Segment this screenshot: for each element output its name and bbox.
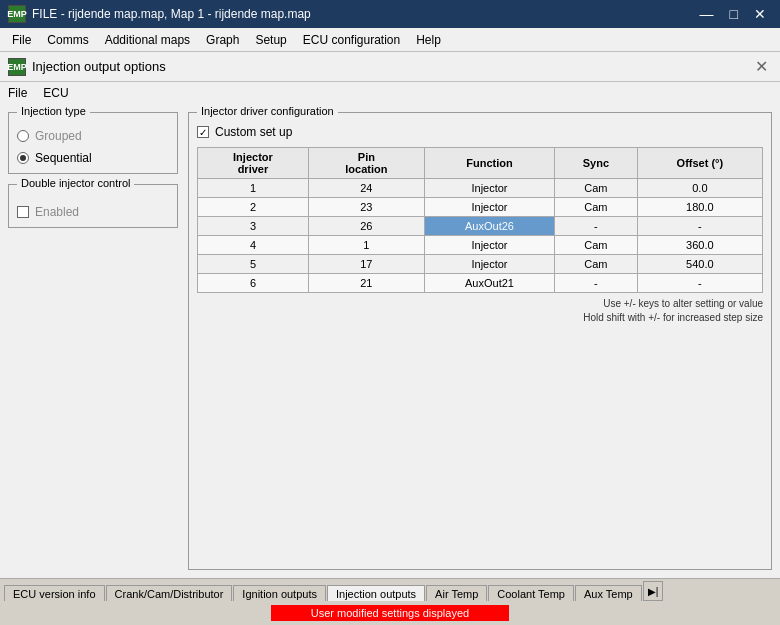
table-row[interactable]: 621AuxOut21-- (198, 274, 763, 293)
col-header-offset: Offset (°) (637, 148, 762, 179)
menu-help[interactable]: Help (408, 31, 449, 49)
enabled-label: Enabled (35, 205, 79, 219)
cell-sync[interactable]: - (555, 217, 638, 236)
tab-injection-outputs[interactable]: Injection outputs (327, 585, 425, 601)
cell-pin[interactable]: 23 (308, 198, 424, 217)
hint-text: Use +/- keys to alter setting or value H… (197, 297, 763, 325)
radio-grouped-label: Grouped (35, 129, 82, 143)
minimize-button[interactable]: — (694, 6, 720, 22)
tab-crank-cam-distributor[interactable]: Crank/Cam/Distributor (106, 585, 233, 601)
dialog-menu-file[interactable]: File (8, 86, 27, 100)
double-injector-label: Double injector control (17, 177, 134, 189)
dialog-close-button[interactable]: ✕ (751, 57, 772, 76)
cell-offset[interactable]: 540.0 (637, 255, 762, 274)
cell-driver[interactable]: 6 (198, 274, 309, 293)
cell-driver[interactable]: 4 (198, 236, 309, 255)
maximize-button[interactable]: □ (724, 6, 744, 22)
tab-ecu-version-info[interactable]: ECU version info (4, 585, 105, 601)
cell-sync[interactable]: Cam (555, 198, 638, 217)
title-bar: EMP FILE - rijdende map.map, Map 1 - rij… (0, 0, 780, 28)
radio-sequential[interactable]: Sequential (17, 151, 169, 165)
cell-pin[interactable]: 21 (308, 274, 424, 293)
menu-graph[interactable]: Graph (198, 31, 247, 49)
dialog-app-icon: EMP (8, 58, 26, 76)
double-injector-group: Double injector control Enabled (8, 184, 178, 228)
hint-line2: Hold shift with +/- for increased step s… (197, 311, 763, 325)
tab-nav-button[interactable]: ▶| (643, 581, 664, 601)
cell-pin[interactable]: 26 (308, 217, 424, 236)
cell-sync[interactable]: Cam (555, 236, 638, 255)
cell-function[interactable]: Injector (424, 198, 554, 217)
col-header-function: Function (424, 148, 554, 179)
col-header-driver: Injectordriver (198, 148, 309, 179)
dialog-container: EMP Injection output options ✕ File ECU … (0, 52, 780, 625)
cell-sync[interactable]: Cam (555, 255, 638, 274)
cell-driver[interactable]: 2 (198, 198, 309, 217)
tab-coolant-temp[interactable]: Coolant Temp (488, 585, 574, 601)
injector-config-title: Injector driver configuration (197, 105, 338, 117)
hint-line1: Use +/- keys to alter setting or value (197, 297, 763, 311)
menu-ecu-configuration[interactable]: ECU configuration (295, 31, 408, 49)
table-row[interactable]: 326AuxOut26-- (198, 217, 763, 236)
enabled-checkbox-option[interactable]: Enabled (17, 205, 169, 219)
status-badge: User modified settings displayed (271, 605, 509, 621)
custom-setup-label: Custom set up (215, 125, 292, 139)
window-controls: — □ ✕ (694, 6, 772, 22)
cell-sync[interactable]: - (555, 274, 638, 293)
menu-setup[interactable]: Setup (247, 31, 294, 49)
custom-setup-checkbox[interactable]: ✓ (197, 126, 209, 138)
window-title: FILE - rijdende map.map, Map 1 - rijdend… (32, 7, 311, 21)
table-row[interactable]: 124InjectorCam0.0 (198, 179, 763, 198)
cell-driver[interactable]: 3 (198, 217, 309, 236)
radio-grouped[interactable]: Grouped (17, 129, 169, 143)
left-panel: Injection type Grouped Sequential Double… (8, 112, 178, 570)
enabled-checkbox[interactable] (17, 206, 29, 218)
status-bar: User modified settings displayed (0, 601, 780, 625)
dialog-title: Injection output options (32, 59, 166, 74)
cell-pin[interactable]: 24 (308, 179, 424, 198)
dialog-title-bar: EMP Injection output options ✕ (0, 52, 780, 82)
tab-air-temp[interactable]: Air Temp (426, 585, 487, 601)
cell-driver[interactable]: 5 (198, 255, 309, 274)
cell-function[interactable]: Injector (424, 255, 554, 274)
menu-comms[interactable]: Comms (39, 31, 96, 49)
injector-config-group: Injector driver configuration ✓ Custom s… (188, 112, 772, 570)
tabs-container: ECU version infoCrank/Cam/DistributorIgn… (0, 578, 780, 601)
main-content: Injection type Grouped Sequential Double… (0, 104, 780, 578)
col-header-pin: Pinlocation (308, 148, 424, 179)
cell-sync[interactable]: Cam (555, 179, 638, 198)
custom-setup-row: ✓ Custom set up (197, 125, 763, 139)
cell-pin[interactable]: 1 (308, 236, 424, 255)
dialog-menu-ecu[interactable]: ECU (43, 86, 68, 100)
table-row[interactable]: 517InjectorCam540.0 (198, 255, 763, 274)
radio-sequential-label: Sequential (35, 151, 92, 165)
radio-sequential-btn[interactable] (17, 152, 29, 164)
injection-type-group: Injection type Grouped Sequential (8, 112, 178, 174)
menu-file[interactable]: File (4, 31, 39, 49)
cell-function[interactable]: AuxOut26 (424, 217, 554, 236)
cell-offset[interactable]: 0.0 (637, 179, 762, 198)
cell-function[interactable]: Injector (424, 236, 554, 255)
right-panel: Injector driver configuration ✓ Custom s… (188, 112, 772, 570)
cell-offset[interactable]: 180.0 (637, 198, 762, 217)
menu-additional-maps[interactable]: Additional maps (97, 31, 198, 49)
cell-function[interactable]: AuxOut21 (424, 274, 554, 293)
cell-driver[interactable]: 1 (198, 179, 309, 198)
app-icon: EMP (8, 5, 26, 23)
window-close-button[interactable]: ✕ (748, 6, 772, 22)
cell-function[interactable]: Injector (424, 179, 554, 198)
cell-pin[interactable]: 17 (308, 255, 424, 274)
cell-offset[interactable]: - (637, 217, 762, 236)
table-row[interactable]: 41InjectorCam360.0 (198, 236, 763, 255)
cell-offset[interactable]: 360.0 (637, 236, 762, 255)
injector-table: Injectordriver Pinlocation Function Sync… (197, 147, 763, 293)
menu-bar: File Comms Additional maps Graph Setup E… (0, 28, 780, 52)
radio-grouped-btn[interactable] (17, 130, 29, 142)
tab-aux-temp[interactable]: Aux Temp (575, 585, 642, 601)
tab-ignition-outputs[interactable]: Ignition outputs (233, 585, 326, 601)
col-header-sync: Sync (555, 148, 638, 179)
cell-offset[interactable]: - (637, 274, 762, 293)
table-row[interactable]: 223InjectorCam180.0 (198, 198, 763, 217)
injection-type-label: Injection type (17, 105, 90, 117)
dialog-menu-bar: File ECU (0, 82, 780, 104)
